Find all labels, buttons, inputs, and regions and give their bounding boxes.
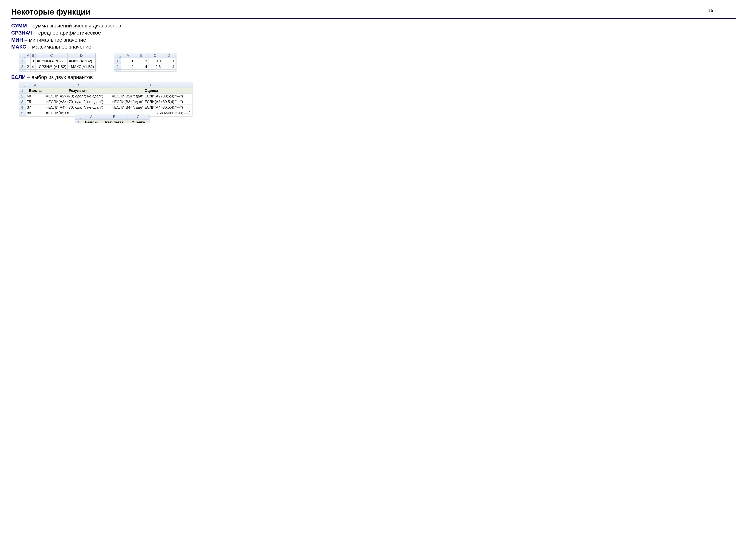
func-sum: СУММ bbox=[11, 23, 27, 29]
col-header: C bbox=[35, 53, 68, 58]
cell: =ЕСЛИ(B2="сдал";ЕСЛИ(A2>80;5;4);"—") bbox=[111, 94, 192, 99]
corner-cell bbox=[75, 114, 82, 119]
cell: 88 bbox=[26, 110, 45, 116]
col-header: B bbox=[31, 53, 35, 58]
col-header: D bbox=[162, 53, 176, 58]
cell: Оценка bbox=[128, 119, 149, 124]
cell: =СРЗНАЧ(A1:B2) bbox=[35, 64, 68, 70]
cell: Результат bbox=[101, 119, 128, 124]
func-min-desc: – минимальное значение bbox=[23, 37, 86, 43]
formulas-table-basic: A B C D 1 1 3 =СУММ(A1:B2) =МИН(A1:B2) 2… bbox=[19, 53, 96, 71]
col-header: A bbox=[82, 114, 101, 119]
page-title: Некоторые функции bbox=[11, 7, 91, 17]
if-results-table: A B C 1 Баллы Результат Оценка 2 68 не с… bbox=[75, 114, 149, 124]
col-header: B bbox=[135, 53, 148, 58]
cell: 4 bbox=[162, 64, 176, 70]
row-header bbox=[19, 70, 26, 71]
cell: 2,5 bbox=[148, 64, 162, 70]
cell: =ЕСЛИ(B3="сдал";ЕСЛИ(A3>80;5;4);"—") bbox=[111, 99, 192, 105]
func-sum-desc: – сумма значений ячеек и диапазонов bbox=[27, 23, 121, 29]
col-header: D bbox=[68, 53, 95, 58]
col-header: A bbox=[121, 53, 135, 58]
cell: =ЕСЛИ(A3>=70;"сдал";"не сдал") bbox=[45, 99, 111, 105]
cell: 1 bbox=[26, 58, 31, 64]
row-header bbox=[114, 70, 121, 71]
cell: 4 bbox=[135, 64, 148, 70]
row-header: 2 bbox=[114, 64, 121, 70]
cell: 68 bbox=[26, 94, 45, 99]
row-header: 3 bbox=[19, 99, 26, 105]
cell: 4 bbox=[31, 64, 35, 70]
row-header: 2 bbox=[19, 64, 26, 70]
col-header: B bbox=[45, 82, 111, 88]
definitions-block: СУММ – сумма значений ячеек и диапазонов… bbox=[11, 22, 736, 50]
title-rule bbox=[11, 18, 736, 19]
corner-cell bbox=[19, 53, 26, 58]
row-header: 1 bbox=[19, 88, 26, 94]
col-header: A bbox=[26, 82, 45, 88]
col-header: C bbox=[128, 114, 149, 119]
cell: 37 bbox=[26, 105, 45, 110]
cell: 2 bbox=[121, 64, 135, 70]
cell: 1 bbox=[121, 58, 135, 64]
if-subhead: ЕСЛИ – выбор из двух вариантов bbox=[11, 74, 736, 80]
cell: 2 bbox=[26, 64, 31, 70]
cell: Баллы bbox=[82, 119, 101, 124]
cell: =МАКС(A1:B2) bbox=[68, 64, 95, 70]
col-header: B bbox=[101, 114, 128, 119]
cell: =СУММ(A1:B2) bbox=[35, 58, 68, 64]
cell: Результат bbox=[45, 88, 111, 94]
col-header: C bbox=[148, 53, 162, 58]
func-avg: СРЗНАЧ bbox=[11, 30, 32, 36]
row-header: 1 bbox=[114, 58, 121, 64]
if-formulas-table: A B C 1 Баллы Результат Оценка 2 68 =ЕСЛ… bbox=[19, 82, 192, 116]
cell: 10 bbox=[148, 58, 162, 64]
func-min: МИН bbox=[11, 37, 23, 43]
col-header: C bbox=[111, 82, 192, 88]
func-if: ЕСЛИ bbox=[11, 74, 26, 80]
cell: Баллы bbox=[26, 88, 45, 94]
row-header: 1 bbox=[75, 119, 82, 124]
col-header: A bbox=[26, 53, 31, 58]
cell: 75 bbox=[26, 99, 45, 105]
row-header: 4 bbox=[19, 105, 26, 110]
row-header: 2 bbox=[19, 94, 26, 99]
cell: =ЕСЛИ(A4>=70;"сдал";"не сдал") bbox=[45, 105, 111, 110]
cell: Оценка bbox=[111, 88, 192, 94]
func-avg-desc: – среднее арифметическое bbox=[32, 30, 101, 36]
row-header: 1 bbox=[19, 58, 26, 64]
func-max: МАКС bbox=[11, 44, 26, 50]
row-header: 5 bbox=[19, 110, 26, 116]
cell: =МИН(A1:B2) bbox=[68, 58, 95, 64]
cell: 1 bbox=[162, 58, 176, 64]
corner-cell bbox=[114, 53, 121, 58]
func-if-desc: – выбор из двух вариантов bbox=[26, 74, 93, 80]
cell: =ЕСЛИ(A2>=70;"сдал";"не сдал") bbox=[45, 94, 111, 99]
results-table-basic: A B C D 1 1 3 10 1 2 2 4 2,5 4 bbox=[114, 53, 176, 71]
func-max-desc: – максимальное значение bbox=[26, 44, 91, 50]
cell: 3 bbox=[31, 58, 35, 64]
page-number: 15 bbox=[707, 7, 713, 14]
cell: =ЕСЛИ(B4="сдал";ЕСЛИ(A4>80;5;4);"—") bbox=[111, 105, 192, 110]
corner-cell bbox=[19, 82, 26, 88]
cell: 3 bbox=[135, 58, 148, 64]
